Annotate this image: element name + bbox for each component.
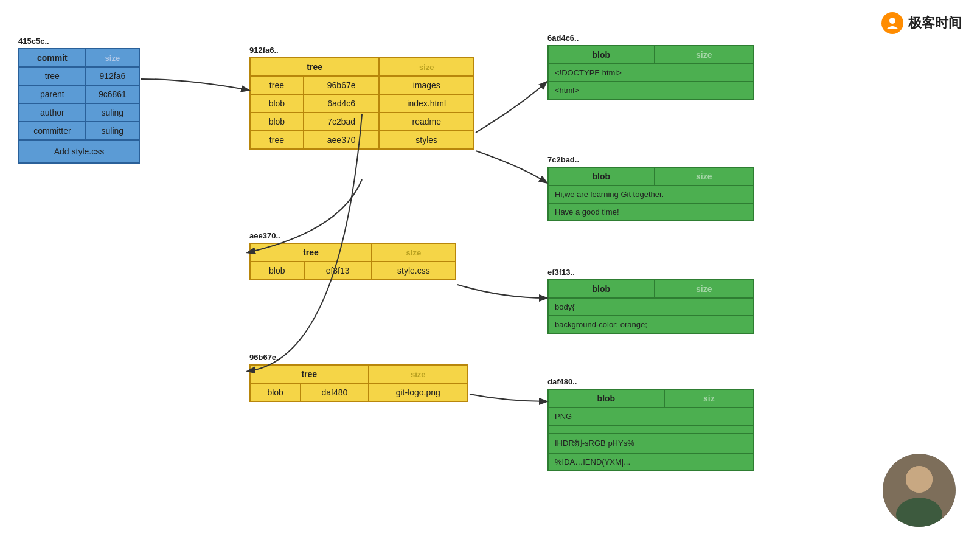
table-row: background-color: orange; — [548, 316, 754, 333]
table-row: tree aee370 styles — [250, 131, 474, 149]
tree3-table: tree size blob daf480 git-logo.png — [249, 364, 468, 402]
tree3-label: 96b67e.. — [249, 353, 468, 362]
table-row: tree 912fa6 — [19, 67, 139, 85]
commit-box: 415c5c.. commit size tree 912fa6 parent … — [18, 36, 140, 164]
blob3-content2: background-color: orange; — [548, 316, 754, 333]
table-row: <html> — [548, 82, 754, 99]
logo-icon — [881, 12, 903, 34]
logo-area: 极客时间 — [881, 12, 962, 34]
blob4-header-key: blob — [548, 389, 664, 408]
blob1-content2: <html> — [548, 82, 754, 99]
table-row: Hi,we are learning Git together. — [548, 186, 754, 203]
tree2-header-size: size — [372, 243, 456, 262]
blob1-label: 6ad4c6.. — [547, 33, 754, 43]
blob2-content1: Hi,we are learning Git together. — [548, 186, 754, 203]
table-row: author suling — [19, 103, 139, 122]
commit-label: 415c5c.. — [18, 36, 140, 46]
tree3-header-size: size — [369, 365, 468, 383]
blob2-box: 7c2bad.. blob size Hi,we are learning Gi… — [547, 155, 754, 221]
tree2-header-key: tree — [250, 243, 372, 262]
tree2-label: aee370.. — [249, 231, 456, 240]
blob2-content2: Have a good time! — [548, 203, 754, 221]
table-row: Have a good time! — [548, 203, 754, 221]
table-row: Add style.css — [19, 140, 139, 163]
blob4-content1: PNG — [548, 408, 754, 425]
table-row: blob 7c2bad readme — [250, 113, 474, 131]
commit-header-key: commit — [19, 49, 86, 67]
table-row: IHDR刎-sRGB pHYs% — [548, 434, 754, 453]
blob1-box: 6ad4c6.. blob size <!DOCTYPE html> <html… — [547, 33, 754, 100]
blob1-header-key: blob — [548, 46, 655, 64]
row-value: 912fa6 — [86, 67, 139, 85]
row-key: author — [19, 103, 86, 122]
blob4-header-size: siz — [664, 389, 754, 408]
tree1-header-key: tree — [250, 58, 379, 76]
blob1-content1: <!DOCTYPE html> — [548, 64, 754, 82]
blob4-content4: %IDA…IEND(YXM|... — [548, 453, 754, 471]
blob2-table: blob size Hi,we are learning Git togethe… — [547, 167, 754, 221]
blob1-table: blob size <!DOCTYPE html> <html> — [547, 45, 754, 100]
tree1-box: 912fa6.. tree size tree 96b67e images bl… — [249, 46, 474, 150]
tree2-table: tree size blob ef3f13 style.css — [249, 243, 456, 280]
blob3-label: ef3f13.. — [547, 268, 754, 277]
svg-point-1 — [889, 18, 895, 24]
arrows-svg — [0, 0, 980, 545]
table-row: <!DOCTYPE html> — [548, 64, 754, 82]
row-key: tree — [19, 67, 86, 85]
table-row: blob daf480 git-logo.png — [250, 383, 468, 401]
blob3-header-size: size — [655, 280, 754, 298]
blob1-header-size: size — [655, 46, 754, 64]
blob2-header-key: blob — [548, 167, 655, 186]
table-row: blob ef3f13 style.css — [250, 262, 456, 280]
commit-message: Add style.css — [19, 140, 139, 163]
tree3-box: 96b67e.. tree size blob daf480 git-logo.… — [249, 353, 468, 402]
table-row: %IDA…IEND(YXM|... — [548, 453, 754, 471]
blob4-content2 — [548, 425, 754, 434]
blob2-header-size: size — [655, 167, 754, 186]
table-row: tree 96b67e images — [250, 76, 474, 94]
blob3-header-key: blob — [548, 280, 655, 298]
blob4-table: blob siz PNG IHDR刎-sRGB pHYs% %IDA…IEND(… — [547, 389, 754, 471]
table-row: committer suling — [19, 122, 139, 140]
row-value: suling — [86, 103, 139, 122]
tree3-header-key: tree — [250, 365, 369, 383]
svg-point-5 — [906, 466, 933, 493]
blob3-box: ef3f13.. blob size body{ background-colo… — [547, 268, 754, 334]
tree2-box: aee370.. tree size blob ef3f13 style.css — [249, 231, 456, 280]
tree1-header-size: size — [379, 58, 474, 76]
table-row: blob 6ad4c6 index.html — [250, 94, 474, 113]
row-value: 9c6861 — [86, 85, 139, 103]
row-key: parent — [19, 85, 86, 103]
tree1-label: 912fa6.. — [249, 46, 474, 55]
blob4-box: daf480.. blob siz PNG IHDR刎-sRGB pHYs% %… — [547, 377, 754, 471]
commit-header-size: size — [86, 49, 139, 67]
blob2-label: 7c2bad.. — [547, 155, 754, 164]
table-row: PNG — [548, 408, 754, 425]
table-row — [548, 425, 754, 434]
avatar — [883, 454, 956, 527]
blob3-content1: body{ — [548, 298, 754, 316]
blob4-label: daf480.. — [547, 377, 754, 386]
row-key: committer — [19, 122, 86, 140]
main-container: 极客时间 415c5c.. commit size tree 912fa6 pa… — [0, 0, 980, 545]
commit-table: commit size tree 912fa6 parent 9c6861 au… — [18, 48, 140, 164]
table-row: parent 9c6861 — [19, 85, 139, 103]
logo-text: 极客时间 — [908, 14, 962, 32]
blob3-table: blob size body{ background-color: orange… — [547, 279, 754, 334]
tree1-table: tree size tree 96b67e images blob 6ad4c6… — [249, 57, 474, 150]
table-row: body{ — [548, 298, 754, 316]
blob4-content3: IHDR刎-sRGB pHYs% — [548, 434, 754, 453]
row-value: suling — [86, 122, 139, 140]
